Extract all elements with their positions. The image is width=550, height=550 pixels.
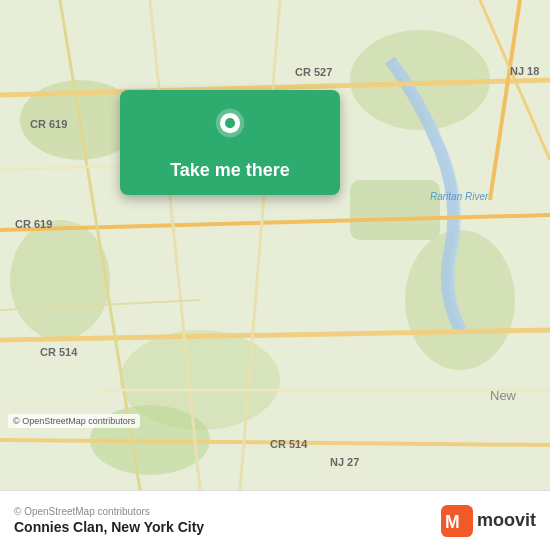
- svg-text:CR 527: CR 527: [295, 66, 332, 78]
- bottom-bar: © OpenStreetMap contributors Connies Cla…: [0, 490, 550, 550]
- moovit-logo-icon: M: [441, 505, 473, 537]
- location-name: Connies Clan, New York City: [14, 519, 204, 535]
- location-pin-icon: [209, 108, 251, 150]
- moovit-logo: M moovit: [441, 505, 536, 537]
- svg-point-2: [10, 220, 110, 340]
- svg-text:CR 514: CR 514: [40, 346, 78, 358]
- svg-rect-5: [350, 180, 440, 240]
- svg-text:NJ 18: NJ 18: [510, 65, 539, 77]
- map-container: CR 527 CR 619 CR 619 CR 514 CR 514 NJ 18…: [0, 0, 550, 490]
- location-info: © OpenStreetMap contributors Connies Cla…: [14, 506, 204, 535]
- svg-text:Raritan River: Raritan River: [430, 191, 489, 202]
- svg-point-6: [405, 230, 515, 370]
- svg-text:New: New: [490, 388, 517, 403]
- svg-text:M: M: [445, 512, 460, 532]
- svg-text:CR 619: CR 619: [30, 118, 67, 130]
- svg-text:NJ 27: NJ 27: [330, 456, 359, 468]
- take-me-there-button[interactable]: Take me there: [120, 90, 340, 195]
- svg-text:CR 619: CR 619: [15, 218, 52, 230]
- svg-text:CR 514: CR 514: [270, 438, 308, 450]
- osm-attribution-bottom: © OpenStreetMap contributors: [14, 506, 204, 517]
- osm-attribution: © OpenStreetMap contributors: [8, 414, 140, 428]
- moovit-text: moovit: [477, 510, 536, 531]
- take-me-there-label: Take me there: [170, 160, 290, 181]
